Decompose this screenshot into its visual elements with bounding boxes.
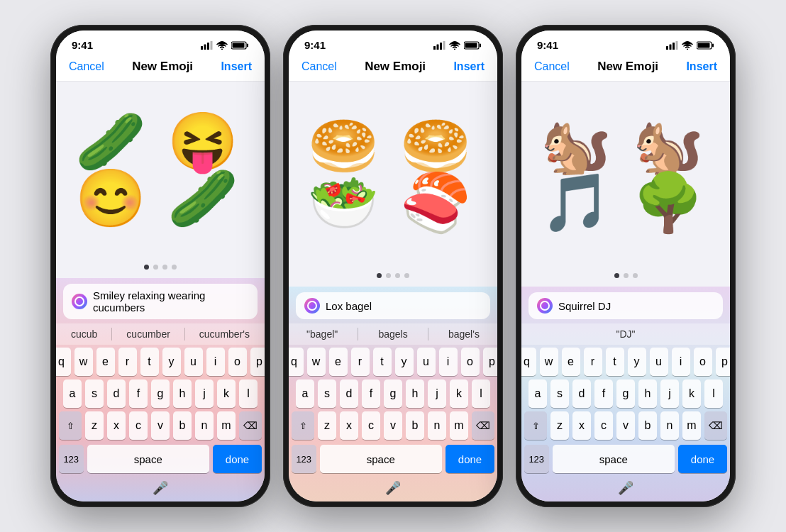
key-a[interactable]: a bbox=[63, 379, 82, 408]
key-q-3[interactable]: q bbox=[521, 348, 536, 376]
key-i-3[interactable]: i bbox=[672, 348, 690, 376]
key-m[interactable]: m bbox=[217, 411, 236, 440]
emoji-item-2[interactable]: 😝🥒 bbox=[167, 131, 245, 209]
key-t-2[interactable]: t bbox=[373, 348, 392, 376]
key-l-3[interactable]: l bbox=[704, 379, 723, 408]
done-key-3[interactable]: done bbox=[678, 445, 727, 473]
emoji-item-1[interactable]: 🥒😊 bbox=[75, 131, 153, 209]
key-n[interactable]: n bbox=[195, 411, 214, 440]
suggestion-1-3[interactable]: cucumber's bbox=[195, 326, 254, 342]
key-v[interactable]: v bbox=[151, 411, 170, 440]
key-f-2[interactable]: f bbox=[362, 379, 380, 408]
cancel-button-3[interactable]: Cancel bbox=[534, 60, 570, 73]
key-m-3[interactable]: m bbox=[682, 411, 701, 440]
key-r[interactable]: r bbox=[118, 348, 137, 376]
key-u-2[interactable]: u bbox=[417, 348, 436, 376]
insert-button-2[interactable]: Insert bbox=[453, 60, 485, 73]
key-j[interactable]: j bbox=[195, 379, 214, 408]
num-key-2[interactable]: 123 bbox=[292, 445, 316, 473]
key-s[interactable]: s bbox=[85, 379, 104, 408]
delete-key-1[interactable]: ⌫ bbox=[239, 411, 262, 440]
emoji-item-6[interactable]: 🐿️🌳 bbox=[633, 135, 711, 214]
num-key-3[interactable]: 123 bbox=[524, 445, 549, 473]
key-z-2[interactable]: z bbox=[318, 411, 336, 440]
key-j-2[interactable]: j bbox=[428, 379, 446, 408]
key-p[interactable]: p bbox=[250, 348, 265, 376]
key-o-2[interactable]: o bbox=[461, 348, 480, 376]
key-w-3[interactable]: w bbox=[540, 348, 558, 376]
key-p-3[interactable]: p bbox=[716, 348, 731, 376]
key-a-2[interactable]: a bbox=[296, 379, 314, 408]
key-z[interactable]: z bbox=[85, 411, 104, 440]
num-key-1[interactable]: 123 bbox=[59, 445, 84, 473]
key-z-3[interactable]: z bbox=[550, 411, 569, 440]
mic-icon-3[interactable]: 🎤 bbox=[618, 480, 633, 496]
key-x-2[interactable]: x bbox=[340, 411, 358, 440]
key-c-3[interactable]: c bbox=[594, 411, 613, 440]
key-k-3[interactable]: k bbox=[682, 379, 701, 408]
key-x-3[interactable]: x bbox=[572, 411, 591, 440]
shift-key-1[interactable]: ⇧ bbox=[59, 411, 82, 440]
key-d[interactable]: d bbox=[107, 379, 126, 408]
key-s-2[interactable]: s bbox=[318, 379, 336, 408]
delete-key-3[interactable]: ⌫ bbox=[704, 411, 727, 440]
key-g[interactable]: g bbox=[151, 379, 170, 408]
key-i[interactable]: i bbox=[206, 348, 225, 376]
shift-key-2[interactable]: ⇧ bbox=[292, 411, 314, 440]
key-q-2[interactable]: q bbox=[289, 348, 304, 376]
key-e[interactable]: e bbox=[96, 348, 115, 376]
cancel-button-1[interactable]: Cancel bbox=[69, 60, 104, 73]
key-n-3[interactable]: n bbox=[660, 411, 679, 440]
key-g-3[interactable]: g bbox=[616, 379, 635, 408]
key-e-3[interactable]: e bbox=[562, 348, 580, 376]
key-d-3[interactable]: d bbox=[572, 379, 591, 408]
key-o-3[interactable]: o bbox=[694, 348, 712, 376]
key-a-3[interactable]: a bbox=[528, 379, 547, 408]
key-f[interactable]: f bbox=[129, 379, 148, 408]
key-b-2[interactable]: b bbox=[406, 411, 424, 440]
key-p-2[interactable]: p bbox=[483, 348, 498, 376]
mic-icon-1[interactable]: 🎤 bbox=[153, 480, 168, 496]
key-k-2[interactable]: k bbox=[450, 379, 468, 408]
key-h[interactable]: h bbox=[173, 379, 192, 408]
key-t[interactable]: t bbox=[140, 348, 159, 376]
key-h-3[interactable]: h bbox=[638, 379, 657, 408]
key-w-2[interactable]: w bbox=[307, 348, 326, 376]
key-f-3[interactable]: f bbox=[594, 379, 613, 408]
emoji-item-4[interactable]: 🥯🍣 bbox=[400, 135, 478, 214]
suggestion-1-1[interactable]: cucub bbox=[67, 326, 101, 342]
suggestion-2-1[interactable]: "bagel" bbox=[302, 326, 342, 342]
done-key-1[interactable]: done bbox=[213, 445, 262, 473]
key-w[interactable]: w bbox=[74, 348, 93, 376]
key-l-2[interactable]: l bbox=[472, 379, 490, 408]
key-i-2[interactable]: i bbox=[439, 348, 458, 376]
emoji-item-5[interactable]: 🐿️🎵 bbox=[541, 135, 619, 214]
search-bar-1[interactable]: Smiley relaxing wearing cucumbers bbox=[63, 284, 258, 319]
key-e-2[interactable]: e bbox=[329, 348, 348, 376]
key-o[interactable]: o bbox=[228, 348, 247, 376]
key-c-2[interactable]: c bbox=[362, 411, 380, 440]
key-g-2[interactable]: g bbox=[384, 379, 402, 408]
key-h-2[interactable]: h bbox=[406, 379, 424, 408]
key-y-3[interactable]: y bbox=[628, 348, 646, 376]
key-r-2[interactable]: r bbox=[351, 348, 370, 376]
insert-button-3[interactable]: Insert bbox=[686, 60, 717, 73]
shift-key-3[interactable]: ⇧ bbox=[524, 411, 547, 440]
space-key-3[interactable]: space bbox=[553, 445, 675, 473]
key-q[interactable]: q bbox=[56, 348, 71, 376]
suggestion-1-2[interactable]: cucumber bbox=[122, 326, 174, 342]
emoji-item-3[interactable]: 🥯🥗 bbox=[308, 135, 386, 214]
suggestion-2-3[interactable]: bagel's bbox=[444, 326, 484, 342]
space-key-2[interactable]: space bbox=[320, 445, 443, 473]
key-k[interactable]: k bbox=[217, 379, 236, 408]
done-key-2[interactable]: done bbox=[445, 445, 494, 473]
key-r-3[interactable]: r bbox=[584, 348, 602, 376]
key-v-2[interactable]: v bbox=[384, 411, 402, 440]
key-v-3[interactable]: v bbox=[616, 411, 635, 440]
key-n-2[interactable]: n bbox=[428, 411, 446, 440]
mic-icon-2[interactable]: 🎤 bbox=[385, 480, 401, 496]
suggestion-3-1[interactable]: "DJ" bbox=[611, 326, 639, 342]
insert-button-1[interactable]: Insert bbox=[221, 60, 252, 73]
key-d-2[interactable]: d bbox=[340, 379, 358, 408]
key-u-3[interactable]: u bbox=[650, 348, 668, 376]
